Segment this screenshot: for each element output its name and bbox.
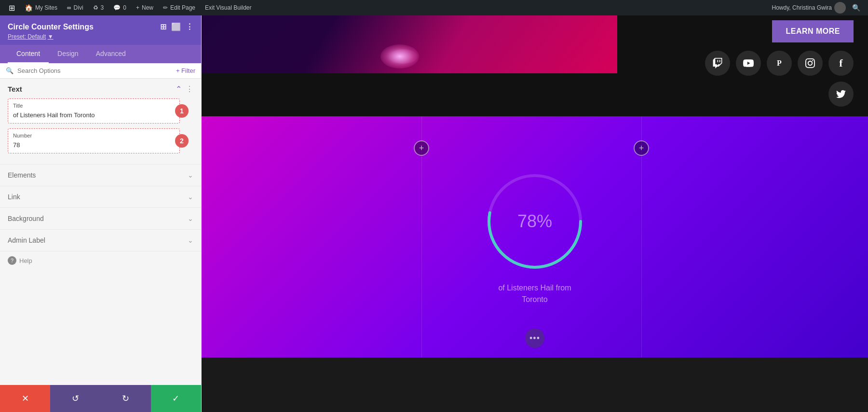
updates-icon: ♻ xyxy=(93,4,98,11)
wp-icon[interactable]: ⊞ xyxy=(4,0,20,15)
layout-icon[interactable]: ⬜ xyxy=(171,22,181,31)
help-button[interactable]: ? Help xyxy=(0,251,201,270)
social-icons-row: P f xyxy=(705,51,854,76)
search-icon[interactable]: 🔍 xyxy=(848,4,864,12)
cancel-icon: ✕ xyxy=(22,393,29,404)
tab-design[interactable]: Design xyxy=(49,45,87,63)
counter-label: of Listeners Hail fromToronto xyxy=(498,282,571,305)
chevron-down-icon: ⌄ xyxy=(188,171,193,179)
save-button[interactable]: ✓ xyxy=(151,385,201,412)
new-btn[interactable]: + New xyxy=(131,0,158,15)
tab-advanced[interactable]: Advanced xyxy=(87,45,135,63)
number-field-box: Number xyxy=(8,128,180,153)
admin-label-section[interactable]: Admin Label ⌄ xyxy=(0,229,201,251)
elements-section[interactable]: Elements ⌄ xyxy=(0,164,201,186)
home-icon: 🏠 xyxy=(25,4,33,12)
search-icon: 🔍 xyxy=(6,67,14,74)
updates-btn[interactable]: ♻ 3 xyxy=(88,0,109,15)
number-input[interactable] xyxy=(13,141,175,149)
elements-title: Elements xyxy=(8,171,36,179)
chevron-down-icon: ⌄ xyxy=(188,236,193,244)
image-area xyxy=(202,15,617,116)
main-layout: Circle Counter Settings ⊞ ⬜ ⋮ Preset: De… xyxy=(0,15,868,412)
image-banner xyxy=(202,15,617,73)
tab-content[interactable]: Content xyxy=(8,45,49,63)
title-field-wrapper: Title 1 xyxy=(8,98,180,124)
undo-icon: ↺ xyxy=(72,393,79,404)
divi-icon: ∞ xyxy=(67,4,71,11)
exit-visual-builder-btn[interactable]: Exit Visual Builder xyxy=(200,0,257,15)
admin-bar: ⊞ 🏠 My Sites ∞ Divi ♻ 3 💬 0 + New ✏ Edit… xyxy=(0,0,868,15)
chevron-up-icon[interactable]: ⌃ xyxy=(176,84,182,94)
cancel-button[interactable]: ✕ xyxy=(0,385,50,412)
facebook-icon[interactable]: f xyxy=(828,51,854,76)
circle-percentage: 78% xyxy=(517,211,552,232)
social-area: LEARN MORE P f xyxy=(617,15,868,116)
panel-title-row: Circle Counter Settings ⊞ ⬜ ⋮ xyxy=(8,22,193,31)
plus-icon: + xyxy=(136,4,139,11)
screen-icon[interactable]: ⊞ xyxy=(160,22,166,31)
top-section: LEARN MORE P f xyxy=(202,15,868,116)
preset-label[interactable]: Preset: Default ▼ xyxy=(8,33,193,40)
panel-tabs: Content Design Advanced xyxy=(0,45,201,63)
section-controls: ⌃ ⋮ xyxy=(176,84,193,94)
background-section[interactable]: Background ⌄ xyxy=(0,207,201,229)
undo-button[interactable]: ↺ xyxy=(50,385,100,412)
section-header: Text ⌃ ⋮ xyxy=(8,84,193,94)
title-input[interactable] xyxy=(13,111,175,119)
section-menu-icon[interactable]: ⋮ xyxy=(186,84,193,94)
edit-icon: ✏ xyxy=(163,4,168,11)
background-title: Background xyxy=(8,215,44,222)
number-field-wrapper: Number 2 xyxy=(8,128,180,153)
help-label: Help xyxy=(19,257,32,264)
divi-btn[interactable]: ∞ Divi xyxy=(62,0,88,15)
add-column-button-1[interactable]: + xyxy=(414,140,429,156)
preset-dropdown-icon: ▼ xyxy=(48,33,54,40)
panel-title-text: Circle Counter Settings xyxy=(8,23,94,31)
patreon-icon[interactable]: P xyxy=(767,51,792,76)
panel-title-icons: ⊞ ⬜ ⋮ xyxy=(160,22,193,31)
panel-search: 🔍 + Filter xyxy=(0,63,201,79)
filter-button[interactable]: + Filter xyxy=(176,67,195,74)
comments-icon: 💬 xyxy=(113,4,121,11)
bottom-bar: ✕ ↺ ↻ ✓ xyxy=(0,385,201,412)
twitter-icon[interactable] xyxy=(828,82,854,107)
instagram-icon[interactable] xyxy=(798,51,823,76)
counter-section: + + 78% of Listeners Hail fromToronto xyxy=(202,116,868,357)
save-icon: ✓ xyxy=(172,393,179,404)
chevron-down-icon: ⌄ xyxy=(188,215,193,222)
twitch-icon[interactable] xyxy=(705,51,730,76)
redo-icon: ↻ xyxy=(122,393,129,404)
panel-content: Text ⌃ ⋮ Title 1 xyxy=(0,79,201,385)
link-section[interactable]: Link ⌄ xyxy=(0,186,201,207)
redo-button[interactable]: ↻ xyxy=(101,385,151,412)
text-section: Text ⌃ ⋮ Title 1 xyxy=(0,79,201,164)
panel-header: Circle Counter Settings ⊞ ⬜ ⋮ Preset: De… xyxy=(0,15,201,45)
left-panel: Circle Counter Settings ⊞ ⬜ ⋮ Preset: De… xyxy=(0,15,202,412)
my-sites-btn[interactable]: 🏠 My Sites xyxy=(20,0,62,15)
admin-label-title: Admin Label xyxy=(8,236,45,244)
youtube-icon[interactable] xyxy=(736,51,761,76)
user-greeting: Howdy, Christina Gwira xyxy=(772,4,832,11)
title-label: Title xyxy=(13,103,175,109)
title-field-box: Title xyxy=(8,98,180,124)
more-options-button[interactable]: ••• xyxy=(525,329,544,348)
link-title: Link xyxy=(8,193,20,201)
social-icons-row2 xyxy=(828,82,854,107)
admin-bar-right: Howdy, Christina Gwira 🔍 xyxy=(772,2,864,14)
section-title: Text xyxy=(8,85,22,93)
step-badge-2: 2 xyxy=(175,134,189,148)
avatar xyxy=(834,2,846,14)
visual-builder: LEARN MORE P f xyxy=(202,15,868,412)
edit-page-btn[interactable]: ✏ Edit Page xyxy=(158,0,200,15)
number-label: Number xyxy=(13,133,175,138)
learn-more-button[interactable]: LEARN MORE xyxy=(772,20,854,42)
add-column-button-2[interactable]: + xyxy=(634,140,649,156)
help-icon: ? xyxy=(8,256,16,265)
preset-text: Preset: Default xyxy=(8,33,46,40)
search-input[interactable] xyxy=(17,67,172,74)
comments-btn[interactable]: 💬 0 xyxy=(108,0,131,15)
chevron-down-icon: ⌄ xyxy=(188,193,193,201)
vb-content: LEARN MORE P f xyxy=(202,15,868,412)
more-icon[interactable]: ⋮ xyxy=(186,22,193,31)
